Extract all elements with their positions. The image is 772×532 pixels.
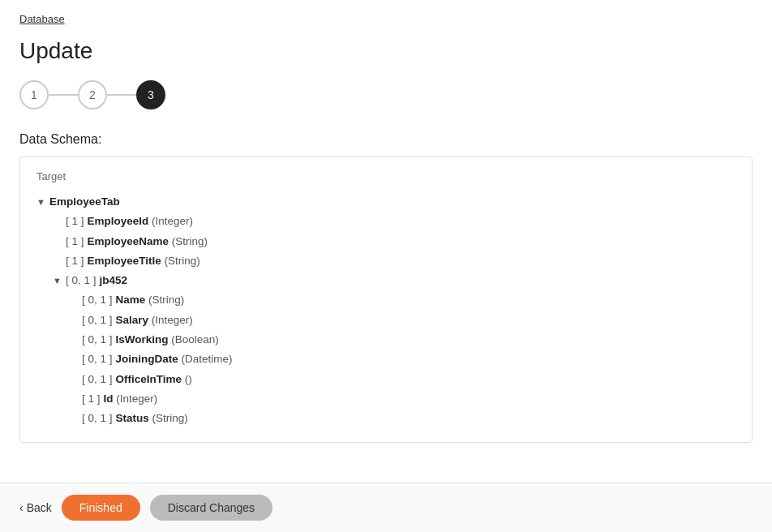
field-name: Status xyxy=(116,409,149,428)
list-item: [ 0, 1 ] Salary (Integer) xyxy=(36,311,736,330)
bracket: [ 0, 1 ] xyxy=(66,271,96,290)
back-arrow-icon: ‹ xyxy=(19,501,24,514)
list-item: [ 0, 1 ] OfficeInTime () xyxy=(36,370,736,389)
breadcrumb-link[interactable]: Database xyxy=(19,13,65,25)
field-type: (Integer) xyxy=(152,212,193,231)
step-line-1 xyxy=(49,94,78,96)
list-item: [ 1 ] EmployeeTitle (String) xyxy=(36,251,736,271)
field-name: EmployeeTitle xyxy=(88,251,161,271)
discard-button[interactable]: Discard Changes xyxy=(150,495,272,521)
bracket: [ 0, 1 ] xyxy=(82,311,113,330)
field-type: (Boolean) xyxy=(171,330,219,350)
list-item: [ 1 ] EmployeeName (String) xyxy=(36,232,736,251)
list-item: [ 0, 1 ] Name (String) xyxy=(36,290,736,310)
field-type: (Integer) xyxy=(116,389,157,409)
field-name: Id xyxy=(104,389,114,409)
bracket: [ 1 ] xyxy=(82,389,101,409)
field-type: (Integer) xyxy=(152,311,193,330)
target-label: Target xyxy=(36,170,736,182)
bracket: [ 1 ] xyxy=(66,232,84,251)
step-2[interactable]: 2 xyxy=(78,80,107,109)
field-type: () xyxy=(185,370,192,389)
bracket: [ 0, 1 ] xyxy=(82,409,113,428)
list-item: [ 1 ] EmployeeId (Integer) xyxy=(36,212,736,231)
list-item: [ 0, 1 ] IsWorking (Boolean) xyxy=(36,330,736,350)
list-item: ▼ [ 0, 1 ] jb452 xyxy=(36,271,736,290)
list-item: [ 0, 1 ] JoiningDate (Datetime) xyxy=(36,350,736,369)
field-type: (Datetime) xyxy=(182,350,233,369)
field-type: (String) xyxy=(148,290,184,310)
schema-section-label: Data Schema: xyxy=(19,132,753,147)
field-name: EmployeeName xyxy=(88,232,169,251)
bracket: [ 0, 1 ] xyxy=(82,290,113,310)
stepper: 1 2 3 xyxy=(19,80,753,109)
bracket: [ 1 ] xyxy=(66,212,84,231)
finished-button[interactable]: Finished xyxy=(62,495,140,521)
bracket: [ 0, 1 ] xyxy=(82,370,113,389)
tree: ▼ EmployeeTab [ 1 ] EmployeeId (Integer)… xyxy=(36,192,736,429)
list-item: [ 0, 1 ] Status (String) xyxy=(36,409,736,428)
page-container: Database Update 1 2 3 Data Schema: Targe… xyxy=(0,0,772,472)
field-name: OfficeInTime xyxy=(116,370,182,389)
step-1[interactable]: 1 xyxy=(19,80,49,109)
bracket: [ 0, 1 ] xyxy=(82,350,113,369)
back-button[interactable]: ‹ Back xyxy=(19,501,52,514)
field-type: (String) xyxy=(172,232,208,251)
field-name: EmployeeId xyxy=(88,212,149,231)
footer-bar: ‹ Back Finished Discard Changes xyxy=(0,483,772,532)
field-name: Name xyxy=(116,290,146,310)
bracket: [ 0, 1 ] xyxy=(82,330,113,350)
step-3[interactable]: 3 xyxy=(136,80,165,109)
list-item: [ 1 ] Id (Integer) xyxy=(36,389,736,409)
root-name: EmployeeTab xyxy=(49,192,120,212)
back-label: Back xyxy=(27,501,52,514)
page-title: Update xyxy=(19,38,753,64)
field-name: Salary xyxy=(116,311,149,330)
field-name: jb452 xyxy=(100,271,128,290)
tree-root: ▼ EmployeeTab xyxy=(36,192,736,212)
bracket: [ 1 ] xyxy=(66,251,84,271)
field-name: JoiningDate xyxy=(116,350,178,369)
field-type: (String) xyxy=(165,251,200,271)
chevron-icon: ▼ xyxy=(53,273,66,290)
schema-container: Target ▼ EmployeeTab [ 1 ] EmployeeId (I… xyxy=(19,157,753,443)
field-name: IsWorking xyxy=(116,330,169,350)
step-line-2 xyxy=(107,94,136,96)
breadcrumb: Database xyxy=(19,13,753,25)
field-type: (String) xyxy=(152,409,188,428)
chevron-root: ▼ xyxy=(36,195,49,211)
